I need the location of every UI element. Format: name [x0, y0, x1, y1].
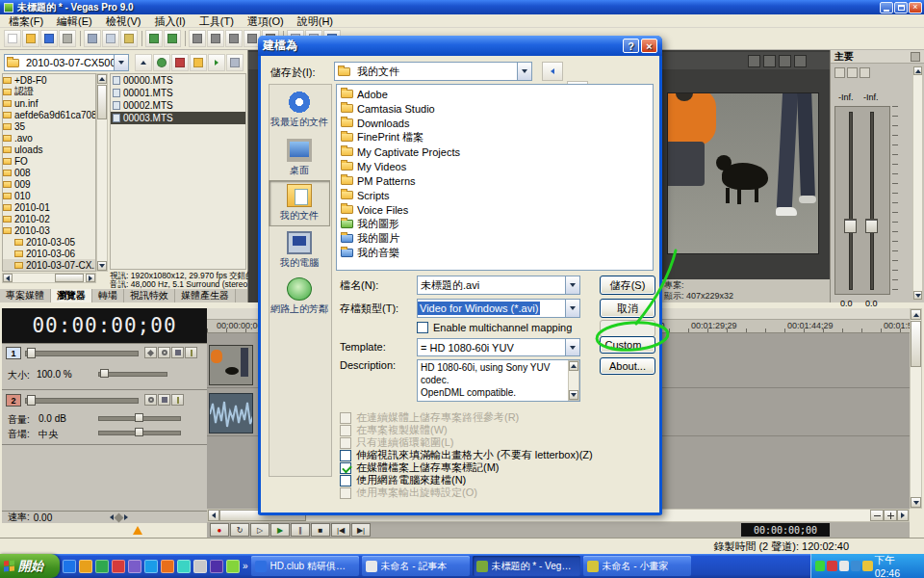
quicklaunch-ie-icon[interactable] [63, 560, 76, 573]
track1-number[interactable]: 1 [6, 347, 21, 359]
dialog-close-button[interactable]: × [641, 39, 657, 53]
quicklaunch-icon[interactable] [161, 560, 174, 573]
track2-fade-knob[interactable] [27, 395, 36, 406]
preview-external-icon[interactable] [794, 55, 807, 67]
tree-item[interactable]: aefde6a9d61ca708dd27 [3, 109, 95, 120]
place-desktop[interactable]: 桌面 [269, 136, 330, 180]
folder-item[interactable]: 我的音樂 [341, 246, 649, 260]
track1-fade-slider[interactable] [25, 351, 139, 356]
folder-item[interactable]: Voice Files [341, 202, 649, 217]
menu-help[interactable]: 說明(H) [291, 14, 340, 28]
master-fader-left[interactable] [844, 219, 857, 233]
back-folder-icon[interactable] [542, 62, 563, 81]
preview-copy-icon[interactable] [779, 55, 791, 67]
track2-arm-icon[interactable] [144, 394, 157, 406]
multichannel-checkbox[interactable] [417, 322, 428, 333]
master-fader-right[interactable] [865, 219, 878, 233]
tree-item[interactable]: uloads [3, 144, 95, 155]
track2-mute-icon[interactable] [158, 394, 170, 406]
folder-item[interactable]: Adobe [341, 87, 649, 101]
minimize-button[interactable] [880, 2, 893, 13]
folder-tree[interactable]: +D8-F0 認證 un.inf aefde6a9d61ca708dd27 35… [2, 73, 96, 272]
tree-item[interactable]: 010 [3, 190, 95, 201]
cancel-button[interactable]: 取消 [600, 299, 655, 318]
task-hdclub[interactable]: HD.club 精研俱樂部影音 ... [251, 556, 359, 576]
place-recent[interactable]: 我最近的文件 [269, 88, 330, 132]
tree-item[interactable]: 009 [3, 178, 95, 190]
place-my-documents[interactable]: 我的文件 [269, 180, 330, 226]
redo-icon[interactable] [164, 30, 181, 47]
crossfade-icon[interactable] [207, 30, 224, 47]
start-button[interactable]: 開始 [0, 554, 60, 578]
play-button[interactable]: ▶ [270, 523, 290, 537]
folder-item[interactable]: My Captivate Projects [341, 144, 649, 159]
template-combo[interactable]: = HD 1080-60i YUV [417, 338, 580, 356]
combo-dropdown-icon[interactable] [565, 300, 579, 317]
combo-dropdown-icon[interactable] [565, 276, 579, 294]
quicklaunch-more-icon[interactable]: » [243, 561, 248, 571]
properties-icon[interactable] [59, 30, 76, 47]
new-project-icon[interactable] [4, 30, 21, 47]
combo-dropdown-icon[interactable] [114, 55, 128, 70]
mixer-downmix-icon[interactable] [860, 67, 870, 78]
quicklaunch-icon[interactable] [79, 560, 92, 573]
file-item[interactable]: 00001.MTS [111, 87, 245, 99]
menu-insert[interactable]: 插入(I) [147, 14, 192, 28]
folder-item[interactable]: 我的圖片 [341, 231, 649, 246]
about-button[interactable]: About... [600, 357, 655, 375]
tree-item[interactable]: 2010-01 [3, 201, 95, 213]
tab-video-fx[interactable]: 視訊特效 [124, 289, 175, 302]
tree-item[interactable]: 2010-02 [3, 213, 95, 224]
auto-preview-icon[interactable] [208, 54, 225, 71]
tree-scrollbar[interactable] [96, 73, 108, 272]
mixer-menu-icon[interactable] [911, 52, 920, 62]
quicklaunch-icon[interactable] [95, 560, 109, 573]
loop-button[interactable]: ↻ [230, 523, 249, 537]
dialog-folder-list[interactable]: Adobe Camtasia Studio Downloads FinePrin… [336, 84, 654, 271]
menu-tools[interactable]: 工具(T) [192, 14, 241, 28]
task-notepad[interactable]: 未命名 - 記事本 [362, 556, 470, 576]
folder-item[interactable]: Camtasia Studio [341, 101, 649, 116]
file-item-selected[interactable]: 00003.MTS [111, 112, 245, 124]
delete-icon[interactable] [171, 54, 189, 71]
track1-level-knob[interactable] [100, 369, 109, 378]
tab-media-generators[interactable]: 媒體產生器 [175, 289, 236, 302]
menu-options[interactable]: 選項(O) [241, 14, 291, 28]
track2-vol-knob[interactable] [135, 413, 143, 422]
tray-icon[interactable] [839, 561, 849, 571]
mixer-insert-icon[interactable] [834, 67, 845, 78]
tree-item[interactable]: 認證 [3, 86, 95, 97]
scrollbar-thumb[interactable] [911, 321, 921, 367]
tab-transitions[interactable]: 轉場 [92, 289, 124, 302]
rate-scrub-control[interactable] [110, 514, 128, 521]
tree-item-selected[interactable]: 2010-03-07-CX... [3, 259, 95, 271]
tray-icon[interactable] [862, 561, 872, 571]
save-button[interactable]: 儲存(S) [600, 276, 655, 295]
zoom-in-icon[interactable] [884, 510, 897, 521]
file-list[interactable]: 00000.MTS 00001.MTS 00002.MTS 00003.MTS [110, 73, 246, 270]
save-icon[interactable] [40, 30, 58, 47]
views-icon[interactable] [226, 54, 244, 71]
file-name-combo[interactable]: 未標題的.avi [417, 276, 580, 295]
tab-explorer[interactable]: 瀏覽器 [51, 289, 92, 302]
tree-item[interactable]: 008 [3, 167, 95, 178]
mixer-properties-icon[interactable] [847, 67, 858, 78]
tree-item[interactable]: un.inf [3, 97, 95, 109]
quicklaunch-icon[interactable] [177, 560, 191, 573]
track1-solo-icon[interactable] [171, 347, 184, 358]
explorer-path-combo[interactable]: 2010-03-07-CX500V [4, 54, 129, 71]
play-from-start-button[interactable]: ▷ [250, 523, 270, 537]
combo-dropdown-icon[interactable] [565, 339, 579, 355]
menu-file[interactable]: 檔案(F) [2, 14, 50, 28]
scrollbar-thumb[interactable] [55, 274, 84, 282]
quicklaunch-icon[interactable] [112, 560, 125, 573]
video-clip[interactable] [209, 345, 253, 385]
track2-number[interactable]: 2 [6, 394, 21, 407]
track1-mute-icon[interactable] [158, 347, 170, 358]
track1-bypass-icon[interactable] [144, 347, 157, 358]
folder-item[interactable]: My Videos [341, 159, 649, 173]
zoom-out-icon[interactable] [870, 510, 884, 521]
place-my-computer[interactable]: 我的電腦 [269, 228, 330, 273]
undo-icon[interactable] [145, 30, 163, 47]
tree-item[interactable]: .avo [3, 132, 95, 144]
